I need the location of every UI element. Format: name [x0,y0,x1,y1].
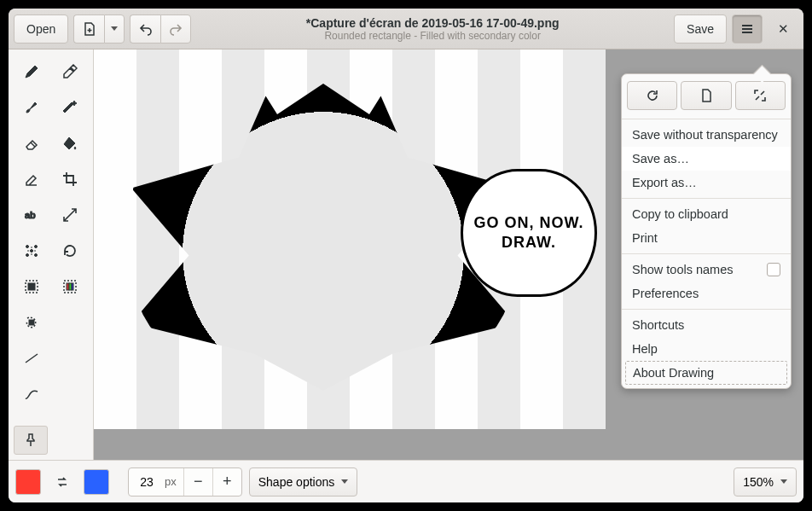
shape-options-label: Shape options [258,475,335,489]
tool-line[interactable] [14,341,50,375]
fullscreen-button[interactable] [735,81,786,110]
tool-points[interactable] [14,234,50,268]
svg-rect-7 [28,283,35,290]
size-plus-button[interactable]: + [212,468,241,496]
chevron-down-icon [341,479,348,484]
close-icon: ✕ [778,21,789,37]
size-spinner: 23 px − + [128,467,242,496]
tool-rect-select[interactable] [14,270,50,304]
menu-save-as[interactable]: Save as… [622,147,791,171]
menu-about[interactable]: About Drawing [625,361,787,385]
svg-point-5 [35,254,38,257]
tool-magic[interactable] [52,90,89,125]
open-button[interactable]: Open [14,15,68,44]
primary-color-swatch[interactable] [15,469,41,495]
svg-text:ab: ab [25,210,36,220]
redo-icon [169,22,183,36]
tool-fill[interactable] [52,126,89,160]
reload-button[interactable] [627,81,677,110]
window-title: *Capture d'écran de 2019-05-16 17-00-49.… [196,16,669,30]
tool-highlight[interactable] [14,162,50,196]
svg-point-2 [35,246,38,248]
tool-free-select[interactable] [14,305,50,340]
speech-bubble: GO ON, NOW. DRAW. [461,169,597,297]
undo-button[interactable] [130,15,160,44]
menu-shortcuts[interactable]: Shortcuts [622,313,791,337]
swap-icon [55,475,69,489]
svg-point-1 [26,246,29,248]
menu-save-no-alpha[interactable]: Save without transparency [622,123,791,147]
window-subtitle: Rounded rectangle - Filled with secondar… [196,30,669,42]
tool-color-select[interactable] [52,270,89,304]
menu-show-tool-names[interactable]: Show tools names [622,258,791,282]
new-group [73,15,125,44]
page-icon [699,89,713,102]
swap-colors-button[interactable] [48,467,77,496]
primary-menu-popover: Save without transparency Save as… Expor… [621,73,792,389]
size-minus-button[interactable]: − [183,468,212,496]
menu-help[interactable]: Help [622,337,791,361]
size-unit: px [165,475,183,488]
properties-button[interactable] [681,81,731,110]
menu-export-as[interactable]: Export as… [622,171,791,195]
checkbox-icon [767,263,780,276]
hamburger-menu-button[interactable] [732,15,763,44]
chevron-down-icon [780,479,787,484]
tool-brush[interactable] [14,90,50,125]
zoom-button[interactable]: 150% [734,467,797,496]
secondary-color-swatch[interactable] [84,469,109,495]
menu-button-row [622,78,791,115]
tool-text[interactable]: ab [14,198,50,232]
new-image-menu-button[interactable] [104,15,125,44]
menu-print[interactable]: Print [622,226,791,250]
undo-icon [139,22,153,36]
shape-options-button[interactable]: Shape options [249,467,358,496]
undo-redo-group [130,15,191,44]
hamburger-icon [740,22,754,36]
title-area: *Capture d'écran de 2019-05-16 17-00-49.… [196,16,669,42]
svg-rect-12 [29,320,34,325]
menu-copy-clipboard[interactable]: Copy to clipboard [622,202,791,226]
zoom-value: 150% [743,475,774,489]
new-image-button[interactable] [73,15,104,44]
speech-text: GO ON, NOW. DRAW. [463,213,594,253]
tool-eyedropper[interactable] [52,55,89,89]
close-window-button[interactable]: ✕ [768,15,798,44]
tool-scale[interactable] [52,198,89,232]
size-value[interactable]: 23 [129,475,165,489]
svg-rect-11 [72,283,73,290]
tool-grid: ab [14,55,88,411]
tool-rotate[interactable] [52,234,89,268]
chevron-down-icon [111,26,118,31]
pin-icon [24,433,38,447]
reload-icon [646,89,659,102]
tool-curve[interactable] [14,377,50,411]
options-bar: 23 px − + Shape options 150% [9,460,803,502]
svg-point-4 [26,254,29,257]
app-window: Open *Capture d'écran de 2019-05-16 17-0… [9,9,803,502]
toolbox: ab [9,49,94,460]
canvas-image: GO ON, NOW. DRAW. [94,49,606,429]
redo-button[interactable] [160,15,191,44]
headerbar: Open *Capture d'écran de 2019-05-16 17-0… [9,9,803,49]
tool-eraser[interactable] [14,126,50,160]
tool-pencil[interactable] [14,55,50,89]
fullscreen-icon [753,89,767,102]
pin-toolbox-button[interactable] [14,426,48,455]
new-image-icon [83,22,96,36]
save-button[interactable]: Save [674,15,727,44]
tool-crop[interactable] [52,162,89,196]
menu-preferences[interactable]: Preferences [622,282,791,305]
